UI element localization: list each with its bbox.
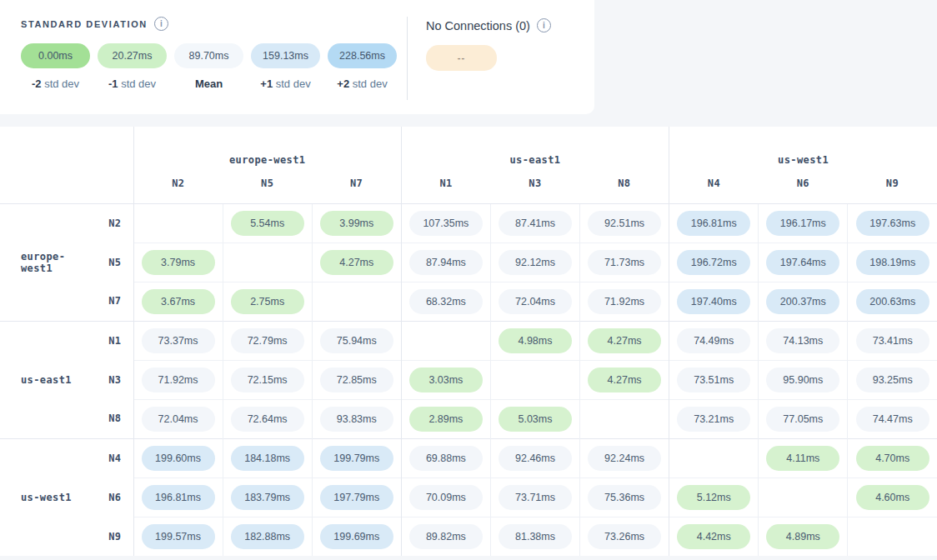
latency-pill[interactable]: 75.94ms (320, 328, 393, 353)
latency-pill[interactable]: 200.37ms (766, 289, 839, 314)
column-region-header: us-west1 (669, 127, 937, 173)
latency-pill[interactable]: 81.38ms (499, 524, 572, 549)
latency-cell: 72.15ms (223, 360, 312, 399)
latency-pill[interactable]: 92.51ms (588, 211, 661, 236)
latency-pill[interactable]: 3.79ms (142, 250, 215, 275)
latency-pill[interactable]: 93.25ms (856, 368, 929, 392)
legend-item: 89.70msMean (174, 43, 243, 90)
latency-pill[interactable]: 4.11ms (766, 446, 839, 471)
region-row-group: us-west1N4199.60ms184.18ms199.79ms69.88m… (0, 438, 937, 556)
latency-cell: 199.60ms (133, 438, 223, 478)
latency-pill[interactable]: 93.83ms (320, 407, 393, 432)
info-icon[interactable]: i (537, 18, 551, 32)
latency-cell: 77.05ms (759, 399, 848, 438)
latency-pill[interactable]: 5.54ms (231, 211, 304, 236)
latency-pill[interactable]: 69.88ms (409, 446, 483, 471)
latency-pill[interactable]: 182.88ms (231, 524, 304, 549)
latency-pill[interactable]: 4.27ms (588, 368, 661, 392)
latency-pill[interactable]: 73.26ms (588, 524, 661, 549)
latency-pill[interactable]: 77.05ms (766, 407, 839, 432)
legend-item: 0.00ms-2 std dev (21, 43, 90, 90)
latency-pill[interactable]: 4.89ms (766, 524, 839, 549)
latency-pill[interactable]: 197.64ms (766, 250, 839, 275)
latency-pill[interactable]: 89.82ms (409, 524, 483, 549)
latency-cell: 5.03ms (490, 399, 579, 438)
latency-pill[interactable]: 196.17ms (766, 211, 839, 236)
latency-pill[interactable]: 5.03ms (499, 407, 572, 432)
latency-pill[interactable]: 4.27ms (320, 250, 393, 275)
latency-pill[interactable]: 4.70ms (856, 446, 929, 471)
latency-pill[interactable]: 197.40ms (677, 289, 750, 314)
latency-cell: 75.94ms (312, 321, 401, 360)
latency-pill[interactable]: 71.73ms (588, 250, 661, 275)
latency-pill[interactable]: 72.04ms (499, 289, 572, 314)
latency-pill[interactable]: 4.60ms (856, 485, 929, 510)
latency-pill[interactable]: 4.27ms (588, 328, 661, 353)
latency-pill[interactable]: 5.12ms (677, 485, 750, 510)
latency-cell: 184.18ms (223, 438, 312, 478)
latency-cell: 3.79ms (133, 242, 223, 282)
latency-pill[interactable]: 198.19ms (856, 250, 929, 275)
latency-pill[interactable]: 197.79ms (320, 485, 393, 510)
legend-item: 228.56ms+2 std dev (328, 43, 397, 90)
latency-cell: 4.27ms (580, 360, 669, 399)
latency-pill[interactable]: 3.99ms (320, 211, 393, 236)
latency-pill[interactable]: 199.79ms (320, 446, 393, 471)
latency-pill[interactable]: 70.09ms (409, 485, 483, 510)
latency-pill[interactable]: 2.89ms (409, 407, 483, 432)
latency-pill[interactable]: 74.13ms (766, 328, 839, 353)
latency-pill[interactable]: 73.41ms (856, 328, 929, 353)
latency-cell: 4.60ms (848, 478, 937, 517)
latency-pill[interactable]: 72.79ms (231, 328, 304, 353)
latency-pill[interactable]: 2.75ms (231, 289, 304, 314)
latency-cell: 4.11ms (759, 438, 848, 478)
column-node-header: N2 (133, 173, 223, 203)
row-node-label: N7 (77, 282, 133, 321)
latency-pill[interactable]: 4.42ms (677, 524, 750, 549)
column-node-header: N8 (580, 173, 669, 203)
latency-pill[interactable]: 74.49ms (677, 328, 750, 353)
latency-pill[interactable]: 95.90ms (766, 368, 839, 392)
latency-pill[interactable]: 196.81ms (677, 211, 750, 236)
latency-cell: 95.90ms (759, 360, 848, 399)
column-node-header: N7 (312, 173, 401, 203)
latency-pill[interactable]: 73.21ms (677, 407, 750, 432)
latency-cell: 4.27ms (312, 242, 401, 282)
latency-pill[interactable]: 73.37ms (142, 328, 215, 353)
latency-pill[interactable]: 199.60ms (142, 446, 215, 471)
latency-pill[interactable]: 92.46ms (499, 446, 572, 471)
column-node-header: N1 (401, 173, 490, 203)
latency-pill[interactable]: 73.71ms (499, 485, 572, 510)
latency-pill[interactable]: 71.92ms (142, 368, 215, 392)
latency-pill[interactable]: 87.94ms (409, 250, 483, 275)
row-node-label: N1 (77, 321, 133, 360)
latency-pill[interactable]: 68.32ms (409, 289, 483, 314)
latency-pill[interactable]: 3.03ms (409, 368, 483, 392)
latency-pill[interactable]: 92.12ms (499, 250, 572, 275)
latency-pill[interactable]: 3.67ms (142, 289, 215, 314)
latency-pill[interactable]: 200.63ms (856, 289, 929, 314)
latency-pill[interactable]: 72.64ms (231, 407, 304, 432)
latency-cell: 4.27ms (580, 321, 669, 360)
latency-pill[interactable]: 199.57ms (142, 524, 215, 549)
latency-pill[interactable]: 199.69ms (320, 524, 393, 549)
info-icon[interactable]: i (154, 17, 168, 31)
latency-pill[interactable]: 74.47ms (856, 407, 929, 432)
latency-pill[interactable]: 4.98ms (499, 328, 572, 353)
latency-pill[interactable]: 75.36ms (588, 485, 661, 510)
row-region-label: europe-west1 (0, 203, 77, 321)
latency-pill[interactable]: 196.81ms (142, 485, 215, 510)
latency-pill[interactable]: 72.04ms (142, 407, 215, 432)
latency-pill[interactable]: 183.79ms (231, 485, 304, 510)
latency-pill[interactable]: 184.18ms (231, 446, 304, 471)
latency-pill[interactable]: 107.35ms (409, 211, 483, 236)
latency-cell: 4.89ms (759, 517, 848, 556)
latency-pill[interactable]: 72.15ms (231, 368, 304, 392)
latency-pill[interactable]: 87.41ms (499, 211, 572, 236)
latency-pill[interactable]: 73.51ms (677, 368, 750, 392)
latency-pill[interactable]: 72.85ms (320, 368, 393, 392)
latency-pill[interactable]: 92.24ms (588, 446, 661, 471)
latency-pill[interactable]: 71.92ms (588, 289, 661, 314)
latency-pill[interactable]: 196.72ms (677, 250, 750, 275)
latency-pill[interactable]: 197.63ms (856, 211, 929, 236)
